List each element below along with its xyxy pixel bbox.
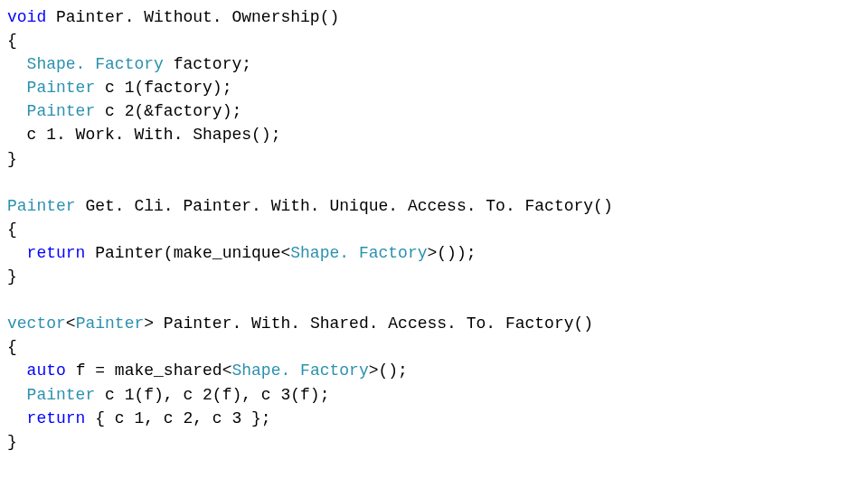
code-token: Shape. Factory: [27, 55, 164, 73]
code-token: { c 1, c 2, c 3 };: [85, 409, 270, 427]
code-token: return: [27, 244, 86, 262]
code-token: [7, 102, 27, 120]
code-token: [7, 55, 27, 73]
code-token: [7, 244, 27, 262]
code-line: {: [7, 338, 17, 356]
code-line: {: [7, 221, 17, 239]
code-token: Painter: [76, 314, 145, 333]
code-token: Painter. Without. Ownership(): [46, 8, 339, 26]
code-line: Painter c 1(f), c 2(f), c 3(f);: [7, 386, 329, 404]
code-line: return { c 1, c 2, c 3 };: [7, 409, 271, 427]
code-token: Get. Cli. Painter. With. Unique. Access.…: [76, 197, 613, 215]
code-token: [7, 386, 27, 404]
code-token: [7, 409, 27, 427]
code-line: Painter c 2(&factory);: [7, 102, 241, 120]
code-line: Painter c 1(factory);: [7, 79, 231, 97]
code-token: c 1(factory);: [95, 79, 231, 97]
code-line: }: [7, 150, 17, 168]
code-token: [7, 361, 27, 380]
code-line: auto f = make_shared<Shape. Factory>();: [7, 361, 408, 380]
code-token: Shape. Factory: [290, 244, 427, 262]
code-token: {: [7, 221, 17, 239]
code-line: Painter Get. Cli. Painter. With. Unique.…: [7, 197, 613, 215]
code-line: Shape. Factory factory;: [7, 55, 251, 73]
code-token: return: [27, 409, 86, 427]
code-line: vector<Painter> Painter. With. Shared. A…: [7, 314, 593, 333]
code-token: {: [7, 32, 17, 50]
code-token: Painter: [27, 102, 96, 120]
code-token: c 1. Work. With. Shapes();: [7, 126, 280, 144]
code-line: {: [7, 32, 17, 50]
code-line: return Painter(make_unique<Shape. Factor…: [7, 244, 476, 262]
code-token: Painter: [27, 386, 96, 404]
code-token: }: [7, 150, 17, 168]
code-token: Shape. Factory: [231, 361, 368, 380]
code-token: >();: [369, 361, 408, 380]
code-token: Painter: [7, 197, 76, 215]
code-token: > Painter. With. Shared. Access. To. Fac…: [144, 314, 593, 333]
code-token: Painter(make_unique<: [85, 244, 290, 262]
code-token: c 2(&factory);: [95, 102, 241, 120]
code-token: [7, 79, 27, 97]
code-token: <: [66, 314, 76, 333]
code-token: Painter: [27, 79, 96, 97]
code-token: >());: [428, 244, 476, 262]
code-token: }: [7, 433, 17, 451]
code-line: }: [7, 433, 17, 451]
code-token: auto: [27, 361, 66, 380]
code-line: c 1. Work. With. Shapes();: [7, 126, 280, 144]
code-line: }: [7, 267, 17, 286]
code-token: factory;: [164, 55, 251, 73]
code-token: {: [7, 338, 17, 356]
code-token: c 1(f), c 2(f), c 3(f);: [95, 386, 329, 404]
code-token: vector: [7, 314, 66, 333]
code-token: f = make_shared<: [66, 361, 232, 380]
code-line: void Painter. Without. Ownership(): [7, 8, 339, 26]
code-token: }: [7, 267, 17, 286]
code-block: void Painter. Without. Ownership() { Sha…: [0, 0, 868, 459]
code-token: void: [7, 8, 46, 26]
